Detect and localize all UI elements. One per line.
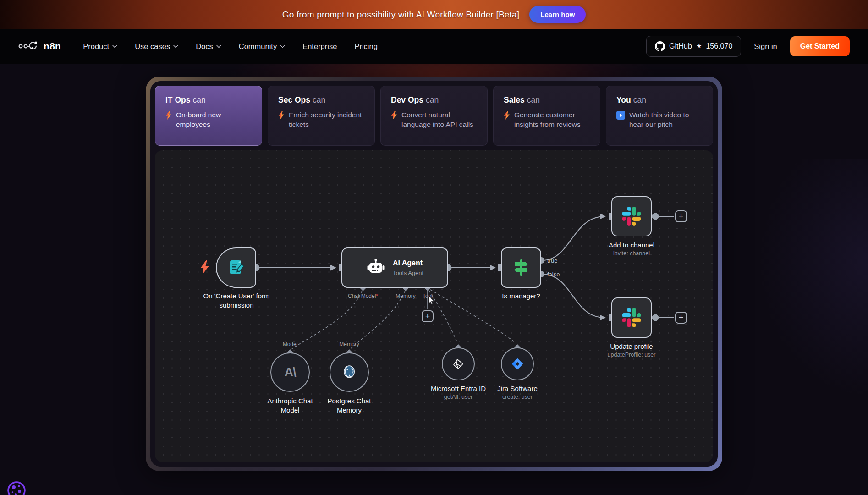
nav-item-label: Pricing [354,42,377,51]
node-ai-agent[interactable]: AI Agent Tools Agent [341,248,448,288]
node-label: Is manager? [494,292,549,301]
nav-item-community[interactable]: Community [239,42,285,51]
port-label-memory: Memory [331,341,368,347]
nav-item-use-cases[interactable]: Use cases [135,42,178,51]
nav-item-docs[interactable]: Docs [196,42,221,51]
node-anthropic-chat-model[interactable]: A\ [270,352,310,392]
learn-how-button[interactable]: Learn how [529,6,586,23]
jira-icon [511,357,524,371]
tab-suffix: can [192,95,205,104]
anthropic-icon: A\ [285,365,296,380]
port-label-text: Chat Model [348,293,376,299]
tab-text: On-board new employees [176,110,252,130]
add-node-button[interactable]: + [675,312,687,324]
nav-item-label: Product [83,42,109,51]
tab-suffix: can [633,95,646,104]
play-icon [616,111,625,130]
tab-audience: Sales [504,95,525,104]
promo-banner-text: Go from prompt to possibility with AI Wo… [282,10,520,20]
node-slack-add-to-channel[interactable] [611,196,652,236]
node-label: Jira Software [481,384,554,393]
nav-item-label: Use cases [135,42,170,51]
workflow-frame-inner: IT Opscan On-board new employees Sec Ops… [150,81,718,467]
nav-item-product[interactable]: Product [83,42,117,51]
node-microsoft-entra-id[interactable] [442,347,475,380]
node-label: Postgres Chat Memory [317,396,381,415]
slack-icon [622,308,641,327]
nav-item-label: Enterprise [302,42,337,51]
tab-sales[interactable]: Salescan Generate customer insights from… [493,86,600,146]
robot-icon [366,258,386,278]
tab-suffix: can [527,95,540,104]
top-nav: n8n Product Use cases Docs Community Ent… [0,29,868,64]
trigger-bolt-icon [200,259,210,277]
node-form-trigger[interactable] [216,248,256,288]
tab-text: Watch this video to hear our pitch [629,110,703,130]
chevron-down-icon [112,45,117,48]
add-node-button[interactable]: + [675,210,687,222]
port-label-chat-model: Chat Model* [340,293,386,299]
node-subtitle: create: user [481,394,554,400]
cookie-settings-button[interactable] [6,480,27,495]
zap-icon [278,111,285,130]
github-star-count: 156,070 [706,42,732,50]
tab-audience: You [616,95,631,104]
nav-item-enterprise[interactable]: Enterprise [302,42,337,51]
node-slack-update-profile[interactable] [611,297,652,338]
slack-icon [622,207,641,226]
n8n-logo-icon [18,39,39,53]
node-title: AI Agent [393,259,423,267]
n8n-logo-text: n8n [44,41,61,52]
tab-audience: Dev Ops [391,95,423,104]
tab-text: Convert natural language into API calls [401,110,477,130]
add-tool-button[interactable]: + [422,310,434,322]
zap-icon [391,111,397,130]
chevron-down-icon [216,45,221,48]
star-icon: ★ [696,42,702,50]
chevron-down-icon [280,45,285,48]
tab-suffix: can [426,95,439,104]
entra-id-icon [451,357,466,371]
cursor-icon [428,296,435,306]
tab-you[interactable]: Youcan Watch this video to hear our pitc… [606,86,713,146]
nav-item-label: Community [239,42,277,51]
tab-audience: Sec Ops [278,95,310,104]
node-subtitle: invite: channel [595,250,668,257]
hero-section: IT Opscan On-board new employees Sec Ops… [0,77,868,495]
workflow-canvas[interactable]: On 'Create User' form submission [155,150,713,462]
github-icon [655,41,665,51]
zap-icon [165,111,172,130]
tab-sec-ops[interactable]: Sec Opscan Enrich security incident tick… [268,86,375,146]
tab-text: Generate customer insights from reviews [514,110,590,130]
node-is-manager[interactable] [501,248,541,288]
n8n-logo[interactable]: n8n [18,39,61,53]
node-subtitle: updateProfile: user [595,352,668,358]
nav-right: GitHub ★ 156,070 Sign in Get Started [646,36,850,57]
required-marker: * [376,293,378,299]
node-label: Anthropic Chat Model [258,396,322,415]
chevron-down-icon [173,45,178,48]
tab-dev-ops[interactable]: Dev Opscan Convert natural language into… [380,86,488,146]
port-label-model: Model [272,341,308,347]
tab-audience: IT Ops [165,95,190,104]
node-subtitle: Tools Agent [393,270,423,276]
github-stars-button[interactable]: GitHub ★ 156,070 [646,36,741,57]
get-started-button[interactable]: Get Started [790,36,850,56]
node-jira-software[interactable] [501,347,534,380]
github-label: GitHub [669,42,692,50]
zap-icon [504,111,510,130]
node-label: On 'Create User' form submission [197,292,276,310]
postgres-icon [341,364,357,380]
tab-suffix: can [313,95,325,104]
node-postgres-chat-memory[interactable] [330,352,369,392]
form-icon [227,258,245,277]
tab-it-ops[interactable]: IT Opscan On-board new employees [155,86,262,146]
nav-item-pricing[interactable]: Pricing [354,42,377,51]
cookie-icon [6,480,27,495]
branch-label-true: true [547,257,557,264]
node-label: Add to channel [595,241,668,250]
sign-in-link[interactable]: Sign in [754,42,777,51]
if-branch-icon [511,257,532,278]
audience-tabs: IT Opscan On-board new employees Sec Ops… [155,86,713,146]
branch-label-false: false [547,271,560,278]
